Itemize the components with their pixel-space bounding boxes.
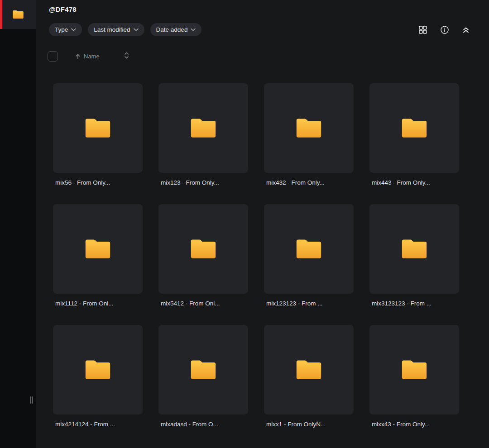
chevron-down-icon — [71, 28, 76, 31]
folder-icon — [295, 238, 322, 260]
folder-card[interactable] — [369, 325, 459, 415]
folder-icon — [84, 117, 111, 139]
filter-date-added-label: Date added — [156, 26, 188, 33]
folder-icon — [401, 238, 428, 260]
toolbar: Type Last modified Date added — [49, 23, 471, 36]
folder-icon — [190, 238, 217, 260]
sidebar — [0, 0, 36, 448]
folder-name: mix123123 - From ... — [264, 300, 354, 307]
folder-item[interactable]: mix56 - From Only... — [53, 83, 143, 186]
folder-name: mix56 - From Only... — [53, 179, 143, 186]
folder-icon — [401, 358, 428, 381]
folder-item[interactable]: mixx1 - From OnlyN... — [264, 325, 354, 428]
folder-icon — [84, 358, 111, 381]
folder-card[interactable] — [264, 83, 354, 173]
folder-icon — [12, 10, 24, 19]
folder-card[interactable] — [53, 325, 143, 415]
folder-item[interactable]: mix432 - From Only... — [264, 83, 354, 186]
filter-chips: Type Last modified Date added — [49, 23, 201, 36]
folder-name: mixadasd - From O... — [158, 421, 248, 428]
folder-grid: mix56 - From Only... mix123 - From Only.… — [53, 83, 471, 428]
folder-name: mix432 - From Only... — [264, 179, 354, 186]
folder-item[interactable]: mix443 - From Only... — [369, 83, 459, 186]
filter-last-modified-label: Last modified — [94, 26, 130, 33]
folder-icon — [190, 117, 217, 139]
folder-item[interactable]: mix3123123 - From ... — [369, 204, 459, 307]
sort-by-name[interactable]: Name — [75, 53, 100, 60]
folder-item[interactable]: mix1112 - From Onl... — [53, 204, 143, 307]
sidebar-resize-handle[interactable] — [30, 396, 33, 404]
app-window: @DF478 Type Last modified Date added — [0, 0, 489, 448]
folder-name: mix1112 - From Onl... — [53, 300, 143, 307]
folder-card[interactable] — [53, 204, 143, 294]
info-icon[interactable] — [439, 24, 450, 35]
arrow-up-icon — [75, 53, 81, 59]
folder-icon — [401, 117, 428, 139]
page-title: @DF478 — [49, 5, 471, 13]
folder-card[interactable] — [264, 325, 354, 415]
folder-item[interactable]: mix123 - From Only... — [158, 83, 248, 186]
folder-name: mix443 - From Only... — [369, 179, 459, 186]
filter-type-button[interactable]: Type — [49, 23, 82, 36]
filter-last-modified-button[interactable]: Last modified — [88, 23, 144, 36]
folder-item[interactable]: mix123123 - From ... — [264, 204, 354, 307]
select-all-checkbox[interactable] — [48, 51, 58, 62]
filter-date-added-button[interactable]: Date added — [150, 23, 202, 36]
folder-icon — [190, 358, 217, 381]
folder-item[interactable]: mix5412 - From Onl... — [158, 204, 248, 307]
folder-item[interactable]: mixx43 - From Only... — [369, 325, 459, 428]
folder-item[interactable]: mixadasd - From O... — [158, 325, 248, 428]
sidebar-item-folders[interactable] — [0, 0, 36, 29]
folder-name: mix123 - From Only... — [158, 179, 248, 186]
folder-card[interactable] — [158, 325, 248, 415]
folder-card[interactable] — [369, 204, 459, 294]
folder-name: mixx1 - From OnlyN... — [264, 421, 354, 428]
folder-icon — [295, 358, 322, 381]
filter-type-label: Type — [55, 26, 68, 33]
list-header: Name — [48, 51, 471, 62]
sort-direction-icon[interactable] — [123, 51, 130, 62]
folder-name: mix5412 - From Onl... — [158, 300, 248, 307]
folder-name: mix4214124 - From ... — [53, 421, 143, 428]
folder-icon — [84, 238, 111, 260]
chevron-down-icon — [134, 28, 139, 31]
folder-icon — [295, 117, 322, 139]
folder-card[interactable] — [264, 204, 354, 294]
folder-name: mix3123123 - From ... — [369, 300, 459, 307]
grid-view-icon[interactable] — [417, 24, 428, 35]
main-content: @DF478 Type Last modified Date added — [36, 0, 489, 448]
chevron-down-icon — [191, 28, 196, 31]
folder-item[interactable]: mix4214124 - From ... — [53, 325, 143, 428]
folder-card[interactable] — [53, 83, 143, 173]
collapse-icon[interactable] — [461, 25, 471, 35]
folder-name: mixx43 - From Only... — [369, 421, 459, 428]
folder-card[interactable] — [158, 204, 248, 294]
toolbar-icons — [417, 24, 471, 35]
sort-field-label: Name — [84, 53, 100, 60]
active-accent-bar — [0, 0, 2, 29]
folder-card[interactable] — [158, 83, 248, 173]
folder-card[interactable] — [369, 83, 459, 173]
